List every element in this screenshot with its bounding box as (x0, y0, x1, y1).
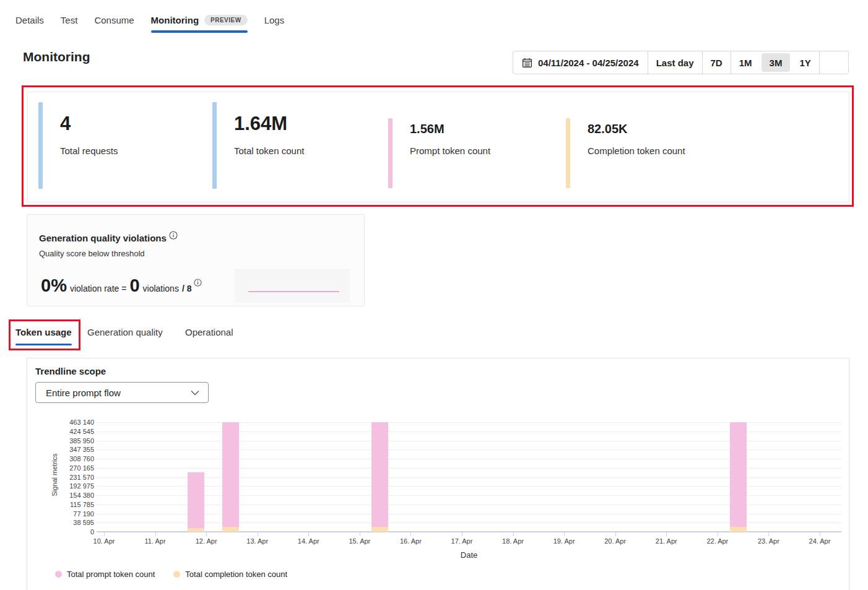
date-preset-1y[interactable]: 1Y (791, 51, 818, 74)
bar-completion-tokens (222, 527, 239, 532)
metric-label: Completion token count (588, 145, 685, 156)
x-tick-label: 17. Apr (440, 537, 484, 545)
token-usage-bar-chart: Signal metrics Date 038 59577 190115 785… (97, 419, 841, 536)
y-tick-label: 77 190 (58, 510, 94, 518)
sparkline-flat-line (248, 291, 339, 292)
preview-badge: PREVIEW (204, 15, 248, 25)
token-usage-chart-card: Trendline scope Entire prompt flow Signa… (27, 358, 849, 590)
x-tick-label: 16. Apr (389, 537, 432, 545)
date-range-value[interactable]: 04/11/2024 - 04/25/2024 (513, 51, 648, 74)
y-tick-label: 385 950 (58, 437, 94, 445)
x-tick-label: 14. Apr (287, 537, 330, 545)
x-tick-mark (615, 532, 616, 536)
tab-details[interactable]: Details (15, 15, 44, 33)
violation-stats: 0% violation rate = 0 violations / 8 (41, 275, 202, 296)
bar-prompt-tokens (730, 422, 747, 527)
metric-value: 1.56M (410, 122, 445, 136)
divider (819, 51, 820, 74)
x-tick-mark (258, 532, 258, 536)
x-tick-mark (666, 532, 667, 536)
y-tick-label: 270 165 (58, 464, 94, 472)
trendline-scope-value: Entire prompt flow (46, 388, 121, 398)
violation-count-value: 0 (129, 275, 139, 296)
x-tick-label: 10. Apr (82, 537, 126, 545)
violation-rate-value: 0% (41, 275, 67, 296)
page-title: Monitoring (23, 50, 90, 64)
metric-completion-token-count: 82.05KCompletion token count (566, 92, 733, 202)
x-tick-label: 18. Apr (492, 537, 535, 545)
x-tick-label: 20. Apr (594, 537, 637, 545)
violation-rate-label: violation rate = (70, 284, 126, 293)
x-tick-mark (820, 532, 820, 536)
x-tick-mark (564, 532, 565, 536)
metric-accent-bar (38, 102, 43, 189)
active-tab-underline (151, 30, 248, 33)
calendar-icon (522, 58, 532, 68)
legend-item-total-completion-token-count[interactable]: Total completion token count (173, 570, 287, 579)
y-tick-label: 308 760 (58, 455, 94, 462)
metric-total-token-count: 1.64MTotal token count (212, 92, 380, 202)
violations-card-subtitle: Quality score below threshold (39, 249, 145, 258)
x-axis-title: Date (97, 550, 841, 560)
metric-accent-bar (388, 118, 393, 188)
metric-total-requests: 4Total requests (38, 92, 206, 202)
date-preset-last-day[interactable]: Last day (648, 51, 702, 74)
legend-dot-icon (173, 571, 180, 578)
metric-label: Total token count (234, 145, 304, 156)
metric-value: 1.64M (234, 113, 287, 135)
chart-tab-generation-quality[interactable]: Generation quality (87, 327, 163, 345)
x-tick-label: 23. Apr (747, 537, 790, 545)
y-tick-label: 154 380 (58, 492, 94, 499)
x-tick-mark (155, 532, 156, 536)
bar-prompt-tokens (371, 422, 388, 527)
bar-prompt-tokens (222, 422, 239, 527)
x-tick-mark (768, 532, 769, 536)
metric-value: 4 (60, 113, 71, 135)
x-tick-mark (360, 532, 360, 536)
active-tab-underline (15, 344, 72, 345)
info-icon[interactable] (194, 279, 202, 287)
tab-test[interactable]: Test (61, 15, 78, 33)
chart-tab-operational[interactable]: Operational (185, 327, 233, 345)
y-tick-label: 115 785 (58, 501, 94, 508)
x-tick-mark (462, 532, 462, 536)
bar-completion-tokens (730, 527, 747, 532)
date-preset-7d[interactable]: 7D (703, 51, 731, 74)
y-tick-label: 192 975 (58, 482, 94, 490)
chart-legend: Total prompt token countTotal completion… (55, 570, 306, 579)
x-tick-label: 22. Apr (696, 537, 739, 545)
legend-dot-icon (55, 571, 62, 578)
x-tick-mark (410, 532, 411, 536)
date-preset-3m[interactable]: 3M (762, 53, 791, 72)
date-preset-1m[interactable]: 1M (731, 51, 760, 74)
trendline-scope-dropdown[interactable]: Entire prompt flow (35, 382, 209, 403)
tab-logs[interactable]: Logs (264, 15, 285, 33)
x-tick-label: 19. Apr (542, 537, 586, 545)
x-tick-label: 21. Apr (644, 537, 688, 545)
bar-prompt-tokens (188, 472, 204, 528)
legend-item-total-prompt-token-count[interactable]: Total prompt token count (55, 570, 155, 579)
y-tick-label: 463 140 (58, 419, 94, 426)
bar-completion-tokens (371, 527, 388, 532)
x-tick-label: 12. Apr (184, 537, 228, 545)
x-tick-mark (513, 532, 514, 536)
tab-consume[interactable]: Consume (94, 15, 134, 33)
violation-count-denominator: / 8 (182, 284, 192, 293)
x-tick-mark (206, 532, 207, 536)
generation-quality-violations-card: Generation quality violations Quality sc… (27, 214, 365, 306)
y-tick-label: 424 545 (58, 428, 94, 435)
top-tab-bar: DetailsTestConsumeMonitoringPREVIEWLogs (15, 15, 284, 33)
date-range-control: 04/11/2024 - 04/25/2024 Last day7D1M3M1Y (513, 51, 849, 74)
chart-tab-token-usage[interactable]: Token usage (15, 327, 72, 345)
x-tick-label: 11. Apr (134, 537, 177, 545)
x-tick-label: 13. Apr (236, 537, 279, 545)
metric-accent-bar (566, 118, 570, 188)
x-tick-mark (308, 532, 309, 536)
y-tick-label: 347 355 (58, 446, 94, 453)
trendline-scope-label: Trendline scope (35, 366, 106, 376)
x-tick-mark (104, 532, 105, 536)
info-icon[interactable] (169, 231, 178, 240)
x-tick-mark (718, 532, 718, 536)
tab-monitoring[interactable]: MonitoringPREVIEW (151, 15, 248, 33)
violations-sparkline (235, 269, 350, 303)
